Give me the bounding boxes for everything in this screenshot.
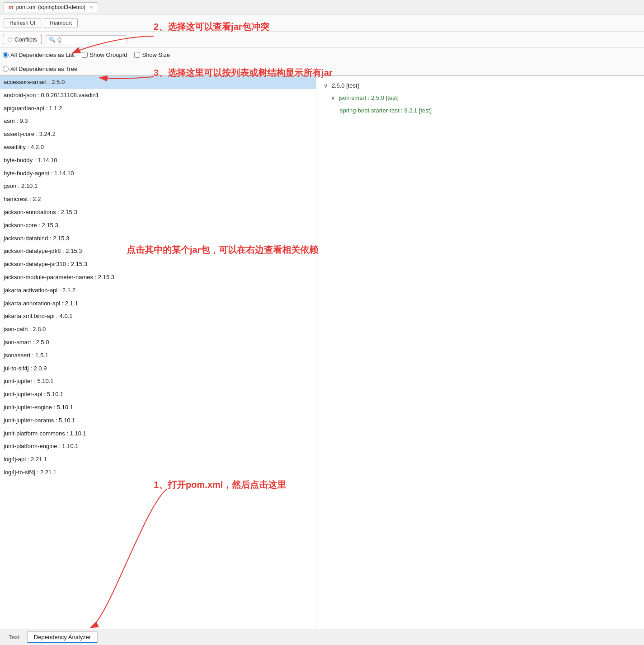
search-box[interactable]: 🔍 [46,35,127,44]
tree-child-item[interactable]: ∨ json-smart : 2.5.0 [test] [322,92,639,104]
dep-version: : 2.15.3 [37,222,58,229]
list-item[interactable]: junit-jupiter-engine : 5.10.1 [0,401,316,414]
close-tab-icon[interactable]: × [90,5,93,10]
list-item[interactable]: json-path : 2.8.0 [0,323,316,336]
child-dep-label: json-smart : 2.5.0 [test] [339,94,399,101]
maven-icon: m [9,4,14,10]
dep-name: awaitility [4,144,26,150]
dep-name: assertj-core [4,131,34,137]
dep-name: jackson-datatype-jdk8 [4,248,61,254]
dep-version: : 2.15.3 [61,248,82,254]
show-groupid-label: Show GroupId [89,51,127,58]
dep-version: : 4.0.1 [55,313,73,319]
all-dep-list-radio[interactable]: All Dependencies as List [3,51,75,58]
list-item[interactable]: junit-jupiter : 5.10.1 [0,375,316,388]
list-item[interactable]: junit-jupiter-api : 5.10.1 [0,388,316,401]
list-item[interactable]: jackson-module-parameter-names : 2.15.3 [0,271,316,284]
all-dep-tree-radio[interactable]: All Dependencies as Tree [3,65,77,72]
dep-version: : 2.10.1 [16,182,38,189]
list-item[interactable]: junit-platform-commons : 1.10.1 [0,427,316,440]
list-item[interactable]: log4j-to-slf4j : 2.21.1 [0,466,316,479]
dep-name: jsonassert [4,352,30,359]
left-panel: accessors-smart : 2.5.0android-json : 0.… [0,76,316,629]
list-item[interactable]: gson : 2.10.1 [0,180,316,193]
dep-name: android-json [4,92,36,98]
list-item[interactable]: jackson-core : 2.15.3 [0,219,316,232]
dep-version: : 1.14.10 [33,157,57,164]
list-item[interactable]: jsonassert : 1.5.1 [0,349,316,362]
conflicts-tab[interactable]: Conflicts [3,35,42,44]
dep-version: : 2.5.0 [47,79,65,85]
list-item[interactable]: jackson-databind : 2.15.3 [0,232,316,245]
dep-name: jakarta.xml.bind-api [4,313,55,319]
list-item[interactable]: jakarta.annotation-api : 2.1.1 [0,297,316,310]
conflicts-label: Conflicts [14,36,37,43]
dep-name: asm [4,117,15,124]
chevron-icon-child: ∨ [331,94,335,101]
dep-name: junit-platform-commons [4,430,65,437]
dep-name: json-smart [4,339,31,346]
dep-version: : 2.1.2 [57,287,75,294]
dep-name: jakarta.activation-api [4,287,57,294]
dep-name: jackson-datatype-jsr310 [4,261,66,267]
list-item[interactable]: awaitility : 4.2.0 [0,141,316,154]
dep-version: : 2.0.9 [29,365,47,372]
tree-grandchild-item[interactable]: spring-boot-starter-test : 3.2.1 [test] [322,104,639,117]
dep-name: log4j-api [4,456,26,463]
list-item[interactable]: jakarta.xml.bind-api : 4.0.1 [0,310,316,323]
dep-name: junit-platform-engine [4,443,57,449]
dep-version: : 0.0.20131108.vaadin1 [36,92,99,98]
dep-version: : 5.10.1 [33,378,54,384]
show-size-checkbox[interactable]: Show Size [134,51,169,58]
reimport-button[interactable]: Reimport [44,18,78,28]
show-groupid-checkbox[interactable]: Show GroupId [82,51,127,58]
list-item[interactable]: assertj-core : 3.24.2 [0,128,316,141]
list-item[interactable]: jakarta.activation-api : 2.1.2 [0,284,316,297]
dep-version: : 9.3 [15,117,28,124]
list-item[interactable]: jul-to-slf4j : 2.0.9 [0,362,316,375]
dep-version: : 2.15.3 [93,274,114,280]
tree-root[interactable]: ∨ 2.5.0 [test] [322,79,639,92]
dep-name: junit-jupiter [4,378,33,384]
right-panel: ∨ 2.5.0 [test] ∨ json-smart : 2.5.0 [tes… [316,76,644,629]
tab-dependency-analyzer[interactable]: Dependency Analyzer [27,631,98,643]
dep-version: : 2.21.1 [26,456,47,463]
list-item[interactable]: hamcrest : 2.2 [0,193,316,206]
dep-version: : 2.8.0 [28,326,46,332]
dep-version: : 4.2.0 [26,144,44,150]
list-item[interactable]: jackson-datatype-jsr310 : 2.15.3 [0,258,316,271]
search-input[interactable] [57,37,125,43]
dep-version: : 1.10.1 [57,443,79,449]
dep-version: : 2.2 [28,196,41,202]
root-version: 2.5.0 [test] [332,82,359,89]
tab-text[interactable]: Text [2,631,26,643]
dep-name: jackson-annotations [4,209,56,215]
dep-version: : 5.10.1 [42,391,63,397]
dep-name: apiguardian-api [4,105,44,112]
list-item[interactable]: jackson-annotations : 2.15.3 [0,206,316,219]
list-item[interactable]: apiguardian-api : 1.1.2 [0,102,316,115]
all-dep-list-label: All Dependencies as List [10,51,75,58]
dep-name: accessors-smart [4,79,47,85]
pom-xml-tab[interactable]: m pom.xml (springboot3-demo) × [4,2,98,12]
tabs-row: Conflicts 🔍 [0,32,644,48]
dep-name: junit-jupiter-api [4,391,42,397]
list-item[interactable]: junit-jupiter-params : 5.10.1 [0,414,316,427]
list-item[interactable]: json-smart : 2.5.0 [0,336,316,349]
list-item[interactable]: android-json : 0.0.20131108.vaadin1 [0,89,316,102]
dep-name: jackson-databind [4,235,48,242]
dep-version: : 1.5.1 [30,352,48,359]
dep-name: jakarta.annotation-api [4,300,60,307]
dep-name: junit-jupiter-params [4,417,54,424]
dep-version: : 5.10.1 [54,417,75,424]
list-item[interactable]: junit-platform-engine : 1.10.1 [0,440,316,453]
dep-version: : 2.5.0 [31,339,49,346]
dep-version: : 2.21.1 [35,469,56,476]
list-item[interactable]: accessors-smart : 2.5.0 [0,76,316,89]
list-item[interactable]: byte-buddy-agent : 1.14.10 [0,167,316,180]
list-item[interactable]: byte-buddy : 1.14.10 [0,154,316,167]
refresh-ui-button[interactable]: Refresh UI [4,18,41,28]
list-item[interactable]: asm : 9.3 [0,115,316,128]
list-item[interactable]: log4j-api : 2.21.1 [0,453,316,466]
list-item[interactable]: jackson-datatype-jdk8 : 2.15.3 [0,245,316,258]
